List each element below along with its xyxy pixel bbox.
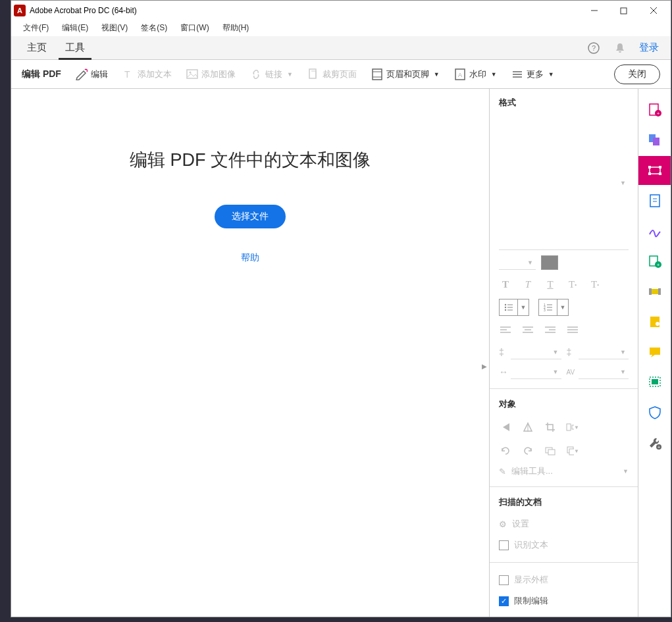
tab-home[interactable]: 主页 <box>18 36 56 59</box>
rail-redact[interactable] <box>638 277 671 306</box>
edit-tool-dropdown[interactable]: ✎ 编辑工具... ▼ <box>499 465 629 477</box>
bullet-list-button[interactable]: ▼ <box>499 299 529 316</box>
svg-rect-1 <box>621 8 627 14</box>
watermark-icon: A <box>454 68 466 80</box>
rail-organize[interactable]: + <box>638 247 671 276</box>
superscript-icon[interactable]: T• <box>566 278 579 291</box>
rotate-ccw-icon[interactable] <box>499 444 512 457</box>
rotate-cw-icon[interactable] <box>521 444 534 457</box>
svg-rect-68 <box>650 348 660 355</box>
organize-icon: + <box>648 254 662 269</box>
bell-icon <box>614 42 626 54</box>
menu-file[interactable]: 文件(F) <box>16 21 55 35</box>
line-spacing-dropdown[interactable]: ▼ <box>511 345 561 359</box>
font-size-dropdown[interactable]: ▼ <box>499 255 536 270</box>
scanned-section-title: 扫描的文档 <box>499 496 629 508</box>
close-window-button[interactable] <box>638 1 668 20</box>
horizontal-scale-dropdown[interactable]: ▼ <box>511 365 561 379</box>
align-left-icon[interactable] <box>499 324 512 337</box>
crop-icon <box>307 68 319 80</box>
svg-rect-46 <box>548 450 555 455</box>
show-box-row[interactable]: 显示外框 <box>499 572 629 588</box>
restrict-edit-row[interactable]: ✓ 限制编辑 <box>499 593 629 609</box>
app-icon: A <box>14 5 26 16</box>
canvas-area: 编辑 PDF 文件中的文本和图像 选择文件 帮助 ▶ <box>11 89 489 617</box>
svg-text:?: ? <box>592 44 596 52</box>
minimize-button[interactable] <box>579 1 609 20</box>
svg-rect-10 <box>373 69 382 80</box>
svg-rect-58 <box>659 172 661 175</box>
rail-protect[interactable] <box>638 398 671 427</box>
arrange-icon[interactable]: ▼ <box>566 444 579 457</box>
close-toolbar-button[interactable]: 关闭 <box>614 65 660 84</box>
rail-comment[interactable] <box>638 338 671 367</box>
svg-rect-54 <box>650 167 660 174</box>
more-icon <box>511 68 523 80</box>
link-icon <box>250 68 262 80</box>
shield-icon <box>648 405 662 420</box>
menu-help[interactable]: 帮助(H) <box>216 21 256 35</box>
svg-rect-59 <box>650 195 659 207</box>
text-style-row: T T T T• T• <box>499 275 629 294</box>
tab-tools[interactable]: 工具 <box>56 36 94 59</box>
svg-text:+: + <box>656 262 659 268</box>
font-family-dropdown[interactable]: ▼ <box>499 117 629 250</box>
char-spacing-dropdown[interactable]: ▼ <box>579 365 629 379</box>
rail-more-tools[interactable]: + <box>638 428 671 457</box>
chevron-down-icon: ▼ <box>491 71 497 78</box>
rail-export[interactable] <box>638 186 671 215</box>
help-link[interactable]: 帮助 <box>241 252 259 264</box>
subscript-icon[interactable]: T• <box>588 278 602 291</box>
combine-icon <box>648 133 662 147</box>
rail-sign[interactable] <box>638 217 671 246</box>
window-title: Adobe Acrobat Pro DC (64-bit) <box>30 6 579 15</box>
italic-icon[interactable]: T <box>521 278 534 291</box>
collapse-panel-handle[interactable]: ▶ <box>480 353 489 379</box>
more-button[interactable]: 更多▼ <box>506 66 559 83</box>
rail-share[interactable] <box>638 307 671 336</box>
login-link[interactable]: 登录 <box>639 41 659 54</box>
add-image-button[interactable]: 添加图像 <box>181 66 241 83</box>
rail-edit-pdf[interactable] <box>638 156 671 185</box>
menu-sign[interactable]: 签名(S) <box>134 21 174 35</box>
align-center-icon[interactable] <box>521 324 534 337</box>
bullet-list-icon <box>504 303 513 311</box>
flip-horizontal-icon[interactable] <box>521 421 534 434</box>
flip-vertical-icon[interactable] <box>499 421 512 434</box>
maximize-icon <box>620 7 627 14</box>
header-footer-button[interactable]: 页眉和页脚▼ <box>366 66 445 83</box>
add-text-button[interactable]: T 添加文本 <box>117 66 177 83</box>
crop-object-icon[interactable] <box>544 421 557 434</box>
edit-pdf-icon <box>648 163 662 178</box>
title-bar: A Adobe Acrobat Pro DC (64-bit) <box>11 1 671 20</box>
replace-image-icon[interactable] <box>544 444 557 457</box>
edit-button[interactable]: 编辑 <box>70 66 113 83</box>
notifications-button[interactable] <box>613 41 627 55</box>
svg-text:A: A <box>458 72 462 78</box>
paragraph-spacing-dropdown[interactable]: ▼ <box>579 345 629 359</box>
number-list-button[interactable]: 123 ▼ <box>538 299 569 316</box>
rail-compare[interactable] <box>638 368 671 397</box>
char-spacing-icon: AV <box>567 369 579 376</box>
crop-button[interactable]: 裁剪页面 <box>302 66 362 83</box>
menu-window[interactable]: 窗口(W) <box>174 21 215 35</box>
rail-combine[interactable] <box>638 126 671 155</box>
settings-row[interactable]: ⚙ 设置 <box>499 516 629 532</box>
link-button[interactable]: 链接▼ <box>245 66 298 83</box>
menu-view[interactable]: 视图(V) <box>95 21 134 35</box>
close-icon <box>650 7 658 14</box>
image-icon <box>186 68 198 80</box>
align-right-icon[interactable] <box>544 324 557 337</box>
select-file-button[interactable]: 选择文件 <box>215 205 286 228</box>
menu-edit[interactable]: 编辑(E) <box>55 21 95 35</box>
underline-icon[interactable]: T <box>544 278 557 291</box>
maximize-button[interactable] <box>609 1 638 20</box>
help-icon-button[interactable]: ? <box>586 41 601 55</box>
recognize-text-row[interactable]: 识别文本 <box>499 537 629 553</box>
watermark-button[interactable]: A 水印▼ <box>449 66 502 83</box>
align-justify-icon[interactable] <box>566 324 579 337</box>
bold-icon[interactable]: T <box>499 278 512 291</box>
rail-create-pdf[interactable]: + <box>638 95 671 124</box>
align-objects-icon[interactable]: ▼ <box>566 421 579 434</box>
color-swatch[interactable] <box>541 255 558 270</box>
